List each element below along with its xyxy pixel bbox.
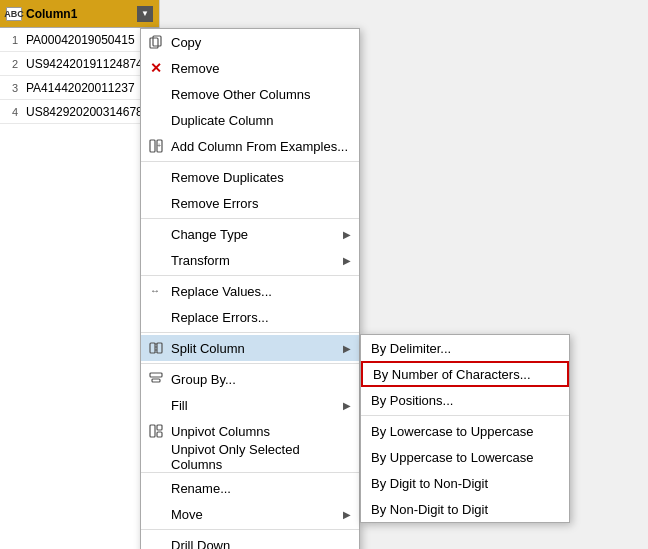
menu-item-move[interactable]: Move ▶ (141, 501, 359, 527)
digit-to-non-digit-label: By Digit to Non-Digit (371, 476, 488, 491)
submenu-item-uppercase-to-lowercase[interactable]: By Uppercase to Lowercase (361, 444, 569, 470)
svg-rect-12 (157, 425, 162, 430)
svg-rect-7 (157, 343, 162, 353)
remove-other-columns-label: Remove Other Columns (171, 87, 310, 102)
svg-rect-2 (150, 140, 155, 152)
copy-icon (145, 35, 167, 49)
split-column-label: Split Column (171, 341, 245, 356)
group-by-icon (145, 372, 167, 386)
replace-values-label: Replace Values... (171, 284, 272, 299)
context-menu: Copy ✕ Remove Remove Other Columns Dupli… (140, 28, 360, 549)
group-by-label: Group By... (171, 372, 236, 387)
fill-label: Fill (171, 398, 188, 413)
table-row: 3 PA41442020011237 (0, 76, 159, 100)
submenu-item-digit-to-non-digit[interactable]: By Digit to Non-Digit (361, 470, 569, 496)
svg-rect-9 (150, 373, 162, 377)
menu-item-remove-errors[interactable]: Remove Errors (141, 190, 359, 216)
fill-arrow: ▶ (343, 400, 351, 411)
non-digit-to-digit-label: By Non-Digit to Digit (371, 502, 488, 517)
menu-item-unpivot-only-selected[interactable]: Unpivot Only Selected Columns (141, 444, 359, 470)
separator-3 (141, 275, 359, 276)
split-column-arrow: ▶ (343, 343, 351, 354)
separator-7 (141, 529, 359, 530)
transform-label: Transform (171, 253, 230, 268)
separator-2 (141, 218, 359, 219)
table-row: 2 US94242019112487489 (0, 52, 159, 76)
menu-item-change-type[interactable]: Change Type ▶ (141, 221, 359, 247)
menu-item-split-column[interactable]: Split Column ▶ By Delimiter... By Number… (141, 335, 359, 361)
menu-item-unpivot-columns[interactable]: Unpivot Columns (141, 418, 359, 444)
menu-item-remove-duplicates[interactable]: Remove Duplicates (141, 164, 359, 190)
change-type-label: Change Type (171, 227, 248, 242)
table-row: 4 US84292020031467895 (0, 100, 159, 124)
svg-rect-13 (157, 432, 162, 437)
by-delimiter-label: By Delimiter... (371, 341, 451, 356)
submenu-item-lowercase-to-uppercase[interactable]: By Lowercase to Uppercase (361, 418, 569, 444)
remove-icon: ✕ (145, 60, 167, 76)
menu-item-rename[interactable]: Rename... (141, 475, 359, 501)
menu-item-replace-errors[interactable]: Replace Errors... (141, 304, 359, 330)
submenu-item-by-positions[interactable]: By Positions... (361, 387, 569, 413)
duplicate-column-label: Duplicate Column (171, 113, 274, 128)
column-header[interactable]: ABC Column1 (0, 0, 159, 28)
menu-item-remove[interactable]: ✕ Remove (141, 55, 359, 81)
menu-item-drill-down[interactable]: Drill Down (141, 532, 359, 549)
by-number-of-characters-label: By Number of Characters... (373, 367, 531, 382)
transform-arrow: ▶ (343, 255, 351, 266)
menu-item-copy[interactable]: Copy (141, 29, 359, 55)
separator-1 (141, 161, 359, 162)
main-background: ABC Column1 1 PA00042019050415 2 US94242… (0, 0, 648, 549)
drill-down-label: Drill Down (171, 538, 230, 550)
move-arrow: ▶ (343, 509, 351, 520)
menu-item-group-by[interactable]: Group By... (141, 366, 359, 392)
svg-rect-10 (152, 379, 160, 382)
submenu-separator-1 (361, 415, 569, 416)
remove-errors-label: Remove Errors (171, 196, 258, 211)
column-type-icon: ABC (6, 7, 22, 21)
separator-5 (141, 363, 359, 364)
add-column-from-examples-label: Add Column From Examples... (171, 139, 348, 154)
split-column-submenu: By Delimiter... By Number of Characters.… (360, 334, 570, 523)
menu-item-replace-values[interactable]: ↔ Replace Values... (141, 278, 359, 304)
copy-label: Copy (171, 35, 201, 50)
unpivot-only-selected-label: Unpivot Only Selected Columns (171, 442, 351, 472)
separator-6 (141, 472, 359, 473)
column-menu-button[interactable] (137, 6, 153, 22)
column-name: Column1 (26, 7, 77, 21)
table-area: ABC Column1 1 PA00042019050415 2 US94242… (0, 0, 160, 549)
move-label: Move (171, 507, 203, 522)
remove-duplicates-label: Remove Duplicates (171, 170, 284, 185)
remove-label: Remove (171, 61, 219, 76)
submenu-item-by-delimiter[interactable]: By Delimiter... (361, 335, 569, 361)
svg-rect-6 (150, 343, 155, 353)
unpivot-columns-icon (145, 424, 167, 438)
change-type-arrow: ▶ (343, 229, 351, 240)
add-column-icon: + (145, 139, 167, 153)
svg-text:↔: ↔ (150, 285, 160, 296)
replace-errors-label: Replace Errors... (171, 310, 269, 325)
separator-4 (141, 332, 359, 333)
submenu-item-by-number-of-characters[interactable]: By Number of Characters... (361, 361, 569, 387)
uppercase-to-lowercase-label: By Uppercase to Lowercase (371, 450, 534, 465)
unpivot-columns-label: Unpivot Columns (171, 424, 270, 439)
svg-rect-11 (150, 425, 155, 437)
submenu-item-non-digit-to-digit[interactable]: By Non-Digit to Digit (361, 496, 569, 522)
table-row: 1 PA00042019050415 (0, 28, 159, 52)
menu-item-duplicate-column[interactable]: Duplicate Column (141, 107, 359, 133)
menu-item-transform[interactable]: Transform ▶ (141, 247, 359, 273)
menu-item-remove-other-columns[interactable]: Remove Other Columns (141, 81, 359, 107)
svg-text:+: + (157, 142, 161, 149)
menu-item-fill[interactable]: Fill ▶ (141, 392, 359, 418)
by-positions-label: By Positions... (371, 393, 453, 408)
split-column-icon (145, 341, 167, 355)
replace-values-icon: ↔ (145, 284, 167, 298)
rename-label: Rename... (171, 481, 231, 496)
menu-item-add-column-from-examples[interactable]: + Add Column From Examples... (141, 133, 359, 159)
lowercase-to-uppercase-label: By Lowercase to Uppercase (371, 424, 534, 439)
